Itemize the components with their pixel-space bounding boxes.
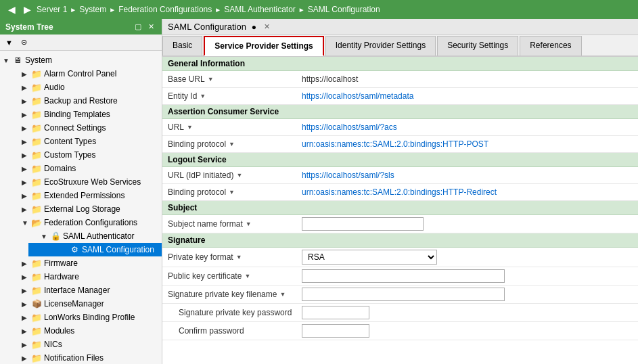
sig-private-key-password-input[interactable] <box>302 306 369 319</box>
sidebar-item-notification[interactable]: ▶ Notification Files <box>9 351 162 364</box>
sidebar-item-eco-label: EcoStruxure Web Services <box>44 177 141 187</box>
sidebar-filter-button[interactable]: ▼ <box>3 37 16 48</box>
sidebar-item-license[interactable]: ▶ 📦 LicenseManager <box>9 297 162 311</box>
private-key-format-select[interactable]: RSA DSA EC <box>302 250 437 265</box>
table-row: Private key format ▼ RSA DSA EC <box>162 248 638 267</box>
sidebar-item-notif-label: Notification Files <box>44 353 104 363</box>
sig-private-key-filename-input[interactable] <box>302 288 505 301</box>
sidebar-item-custom-label: Custom Types <box>44 150 95 160</box>
sidebar-item-federation[interactable]: ▼ Federation Configurations <box>9 216 162 229</box>
base-url-arrow-icon[interactable]: ▼ <box>208 76 214 83</box>
sig-private-key-password-value-cell[interactable] <box>298 304 638 322</box>
saml-config-icon: ⚙ <box>69 244 80 255</box>
logout-binding-label: Binding protocol ▼ <box>162 184 298 201</box>
base-url-value: https://localhost <box>302 74 358 84</box>
entity-id-label: Entity Id ▼ <box>162 88 298 105</box>
back-button[interactable]: ◀ <box>5 3 18 16</box>
folder-lonworks-icon <box>31 312 42 323</box>
expand-hardware-icon: ▶ <box>22 273 31 281</box>
sidebar-item-modules[interactable]: ▶ Modules <box>9 324 162 338</box>
sidebar-item-saml-config[interactable]: ⚙ SAML Configuration <box>28 243 162 256</box>
sidebar-pin-button[interactable]: ▢ <box>133 22 143 32</box>
private-key-format-value-cell[interactable]: RSA DSA EC <box>298 248 638 267</box>
breadcrumb-server[interactable]: Server 1 <box>37 5 67 14</box>
sidebar-tree[interactable]: ▼ 🖥 System ▶ Alarm Control Panel ▶ <box>0 51 162 364</box>
sig-private-key-filename-value-cell[interactable] <box>298 286 638 304</box>
breadcrumb-system[interactable]: System <box>79 5 106 14</box>
tab-service-provider[interactable]: Service Provider Settings <box>204 36 323 56</box>
table-row: Base URL ▼ https://localhost <box>162 71 638 88</box>
folder-modules-icon <box>31 325 42 336</box>
tab-basic[interactable]: Basic <box>162 36 202 56</box>
sidebar-item-custom-types[interactable]: ▶ Custom Types <box>9 148 162 162</box>
public-key-cert-input[interactable] <box>302 269 505 283</box>
sidebar-item-hardware[interactable]: ▶ Hardware <box>9 270 162 283</box>
expand-extlog-icon: ▶ <box>22 206 31 213</box>
sidebar-item-extended-permissions[interactable]: ▶ Extended Permissions <box>9 189 162 202</box>
folder-backup-icon <box>31 95 42 106</box>
breadcrumb-federation[interactable]: Federation Configurations <box>118 5 212 14</box>
tab-identity-provider[interactable]: Identity Provider Settings <box>325 36 436 56</box>
base-url-label: Base URL ▼ <box>162 71 298 88</box>
sidebar-item-firmware-label: Firmware <box>44 258 78 268</box>
sidebar-item-interface-manager[interactable]: ▶ Interface Manager <box>9 283 162 297</box>
acs-url-label: URL ▼ <box>162 119 298 136</box>
sidebar-item-nics[interactable]: ▶ NICs <box>9 338 162 351</box>
sidebar-close-button[interactable]: ✕ <box>146 22 156 32</box>
folder-domains-icon <box>31 163 42 174</box>
table-row: URL (IdP initiated) ▼ https://localhost/… <box>162 167 638 184</box>
sidebar-item-audio-label: Audio <box>44 83 65 92</box>
sidebar-tree-button[interactable]: ⊝ <box>18 37 30 48</box>
sidebar-item-firmware[interactable]: ▶ Firmware <box>9 256 162 270</box>
sidebar-item-binding-templates[interactable]: ▶ Binding Templates <box>9 108 162 121</box>
confirm-password-input[interactable] <box>302 324 369 338</box>
sidebar-item-external-log[interactable]: ▶ External Log Storage <box>9 202 162 216</box>
sidebar-item-ecostruxure[interactable]: ▶ EcoStruxure Web Services <box>9 175 162 189</box>
sidebar-item-modules-label: Modules <box>44 326 74 336</box>
breadcrumb-saml-config[interactable]: SAML Configuration <box>308 5 380 14</box>
confirm-password-value-cell[interactable] <box>298 322 638 340</box>
expand-iface-icon: ▶ <box>22 287 31 294</box>
sidebar-item-fed-label: Federation Configurations <box>44 218 137 227</box>
sidebar-item-system-label: System <box>25 55 52 65</box>
breadcrumb-saml-auth[interactable]: SAML Authenticator <box>224 5 296 14</box>
acs-binding-arrow-icon[interactable]: ▼ <box>229 141 235 147</box>
form-content: General Information Base URL ▼ https://l… <box>162 57 638 364</box>
folder-content-icon <box>31 136 42 147</box>
forward-button[interactable]: ▶ <box>21 3 34 16</box>
expand-system-icon: ▼ <box>3 57 12 64</box>
sidebar-item-system[interactable]: ▼ 🖥 System <box>0 53 162 67</box>
entity-id-arrow-icon[interactable]: ▼ <box>200 93 206 99</box>
folder-custom-icon <box>31 150 42 160</box>
folder-fed-icon <box>31 217 42 228</box>
logout-url-arrow-icon[interactable]: ▼ <box>236 172 242 179</box>
acs-url-arrow-icon[interactable]: ▼ <box>187 124 193 131</box>
sidebar-item-connect-settings[interactable]: ▶ Connect Settings <box>9 121 162 135</box>
close-tab-button[interactable]: ✕ <box>262 22 272 32</box>
sidebar-item-content-types[interactable]: ▶ Content Types <box>9 135 162 148</box>
private-key-arrow-icon[interactable]: ▼ <box>236 254 242 260</box>
sidebar-item-lonworks[interactable]: ▶ LonWorks Binding Profile <box>9 311 162 324</box>
tab-references[interactable]: References <box>520 36 581 56</box>
subject-name-format-input[interactable] <box>302 217 424 231</box>
sidebar-item-audio[interactable]: ▶ Audio <box>9 81 162 94</box>
subject-format-arrow-icon[interactable]: ▼ <box>246 221 252 227</box>
sidebar-item-alarm[interactable]: ▶ Alarm Control Panel <box>9 67 162 81</box>
expand-lonworks-icon: ▶ <box>22 314 31 321</box>
tab-security[interactable]: Security Settings <box>437 36 518 56</box>
sig-key-filename-arrow-icon[interactable]: ▼ <box>279 291 286 298</box>
expand-license-icon: ▶ <box>22 300 31 308</box>
sig-private-key-filename-label: Signature private key filename ▼ <box>162 286 298 304</box>
sidebar-item-domains[interactable]: ▶ Domains <box>9 162 162 175</box>
expand-modules-icon: ▶ <box>22 327 31 335</box>
expand-custom-icon: ▶ <box>22 152 31 159</box>
sidebar-item-backup[interactable]: ▶ Backup and Restore <box>9 94 162 108</box>
subject-name-format-value-cell[interactable] <box>298 215 638 233</box>
assertion-consumer-table: URL ▼ https://localhost/saml/?acs Bindin… <box>162 119 638 153</box>
logout-binding-arrow-icon[interactable]: ▼ <box>229 189 235 196</box>
sidebar-item-nics-label: NICs <box>44 340 62 349</box>
sidebar-item-saml-auth[interactable]: ▼ 🔒 SAML Authenticator <box>19 229 162 243</box>
folder-extlog-icon <box>31 204 42 214</box>
public-key-cert-arrow-icon[interactable]: ▼ <box>244 273 250 279</box>
public-key-cert-value-cell[interactable] <box>298 267 638 286</box>
